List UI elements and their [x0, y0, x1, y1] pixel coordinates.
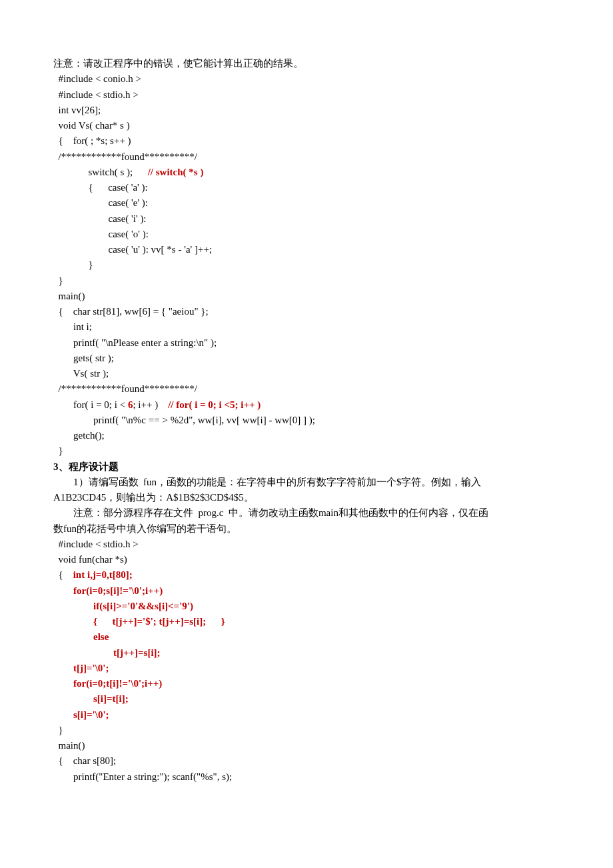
code-line: void Vs( char* s )	[53, 118, 560, 133]
code-line: 注意：请改正程序中的错误，使它能计算出正确的结果。	[53, 56, 560, 71]
code-line: getch();	[53, 428, 560, 443]
text-segment: main()	[53, 740, 85, 751]
text-segment: }	[53, 725, 63, 735]
text-segment: printf( "\n%c == > %2d", ww[i], vv[ ww[i…	[53, 415, 315, 425]
text-segment: int i,j=0,t[80];	[73, 569, 133, 580]
code-line: { t[j++]='$'; t[j++]=s[i]; }	[53, 614, 560, 629]
text-segment: gets( str );	[53, 353, 114, 363]
code-line: switch( s ); // switch( *s )	[53, 165, 560, 180]
code-line: case( 'i' ):	[53, 211, 560, 227]
text-segment: /************found**********/	[53, 383, 197, 394]
code-line: Vs( str );	[53, 366, 560, 381]
text-segment: { char s[80];	[53, 755, 116, 766]
text-segment: main()	[53, 291, 85, 301]
code-line: printf( "\n%c == > %2d", ww[i], vv[ ww[i…	[53, 413, 560, 428]
text-segment	[53, 647, 113, 658]
code-line: if(s[i]>='0'&&s[i]<='9')	[53, 599, 560, 614]
text-segment: }	[53, 445, 63, 456]
text-segment	[53, 585, 73, 596]
text-segment: #include < stdio.h >	[53, 539, 139, 549]
code-line: /************found**********/	[53, 149, 560, 165]
text-segment: case( 'e' ):	[53, 197, 148, 208]
code-line: case( 'e' ):	[53, 195, 560, 211]
text-segment: void fun(char *s)	[53, 554, 127, 565]
text-segment	[53, 631, 93, 642]
code-line: #include < conio.h >	[53, 71, 560, 87]
code-line: { char s[80];	[53, 753, 560, 769]
code-line: 3、程序设计题	[53, 459, 560, 475]
code-line: }	[53, 723, 560, 738]
code-line: { case( 'a' ):	[53, 180, 560, 195]
code-line: t[j++]=s[i];	[53, 645, 560, 661]
code-line: { char str[81], ww[6] = { "aeiou" };	[53, 304, 560, 319]
code-line: case( 'u' ): vv[ *s - 'a' ]++;	[53, 242, 560, 257]
code-line: 注意：部分源程序存在文件 prog.c 中。请勿改动主函数main和其他函数中的…	[53, 505, 560, 521]
code-line: 1）请编写函数 fun，函数的功能是：在字符串中的所有数字字符前加一个$字符。例…	[53, 475, 560, 490]
text-segment	[53, 709, 73, 720]
text-segment: ; i++ )	[133, 399, 168, 410]
text-segment	[53, 693, 93, 704]
code-line: gets( str );	[53, 351, 560, 366]
text-segment: 1）请编写函数 fun，函数的功能是：在字符串中的所有数字字符前加一个$字符。例…	[53, 477, 482, 487]
text-segment: { case( 'a' ):	[53, 182, 148, 193]
code-line: 数fun的花括号中填入你编写的若干语句。	[53, 521, 560, 537]
text-segment: // for( i = 0; i <5; i++ )	[168, 399, 261, 410]
text-segment: getch();	[53, 430, 105, 441]
text-segment: s[i]='\0';	[73, 709, 109, 720]
code-line: #include < stdio.h >	[53, 87, 560, 103]
code-line: }	[53, 273, 560, 289]
text-segment	[53, 601, 93, 611]
code-line: A1B23CD45，则输出为：A$1B$2$3CD$4$5。	[53, 490, 560, 505]
code-line: else	[53, 629, 560, 645]
text-segment: A1B23CD45，则输出为：A$1B$2$3CD$4$5。	[53, 492, 254, 503]
text-segment: Vs( str );	[53, 368, 109, 379]
code-line: s[i]=t[i];	[53, 691, 560, 707]
text-segment: // switch( *s )	[148, 167, 204, 177]
text-segment: for(i=0;s[i]!='\0';i++)	[73, 585, 163, 596]
text-segment: { t[j++]='$'; t[j++]=s[i]; }	[93, 616, 225, 627]
text-segment: printf("Enter a string:"); scanf("%s", s…	[53, 771, 232, 782]
code-line: main()	[53, 738, 560, 753]
text-segment: 注意：请改正程序中的错误，使它能计算出正确的结果。	[53, 58, 303, 69]
code-line: #include < stdio.h >	[53, 537, 560, 552]
text-segment: }	[53, 275, 63, 286]
text-segment: t[j++]=s[i];	[113, 647, 161, 658]
code-line: for(i=0;t[i]!='\0';i++)	[53, 676, 560, 691]
text-segment	[53, 663, 73, 673]
text-segment: 3、程序设计题	[53, 461, 119, 472]
code-line: s[i]='\0';	[53, 707, 560, 723]
code-line: }	[53, 257, 560, 273]
code-line: void fun(char *s)	[53, 552, 560, 567]
code-line: printf( "\nPlease enter a string:\n" );	[53, 335, 560, 351]
text-segment: case( 'o' ):	[53, 229, 149, 239]
code-line: case( 'o' ):	[53, 227, 560, 242]
text-segment: for( i = 0; i <	[53, 399, 128, 410]
text-segment: int i;	[53, 321, 92, 332]
text-segment: case( 'u' ): vv[ *s - 'a' ]++;	[53, 244, 212, 255]
text-segment: #include < stdio.h >	[53, 89, 139, 100]
text-segment: for(i=0;t[i]!='\0';i++)	[73, 678, 162, 689]
text-segment	[53, 678, 73, 689]
code-line: int vv[26];	[53, 103, 560, 118]
code-line: for(i=0;s[i]!='\0';i++)	[53, 583, 560, 599]
text-segment: void Vs( char* s )	[53, 120, 130, 131]
code-line: }	[53, 443, 560, 459]
text-segment: /************found**********/	[53, 151, 197, 162]
text-segment: else	[93, 631, 109, 642]
text-segment: { for( ; *s; s++ )	[53, 135, 131, 146]
text-segment: case( 'i' ):	[53, 213, 147, 224]
document-body: 注意：请改正程序中的错误，使它能计算出正确的结果。 #include < con…	[53, 56, 560, 785]
code-line: /************found**********/	[53, 381, 560, 397]
text-segment: t[j]='\0';	[73, 663, 109, 673]
document-page: 注意：请改正程序中的错误，使它能计算出正确的结果。 #include < con…	[0, 0, 613, 868]
text-segment: printf( "\nPlease enter a string:\n" );	[53, 337, 217, 348]
text-segment: 数fun的花括号中填入你编写的若干语句。	[53, 523, 237, 534]
text-segment: }	[53, 259, 93, 270]
text-segment: if(s[i]>='0'&&s[i]<='9')	[93, 601, 193, 611]
text-segment: s[i]=t[i];	[93, 693, 129, 704]
code-line: printf("Enter a string:"); scanf("%s", s…	[53, 769, 560, 785]
text-segment: {	[53, 569, 73, 580]
text-segment: switch( s );	[53, 167, 148, 177]
text-segment: 注意：部分源程序存在文件 prog.c 中。请勿改动主函数main和其他函数中的…	[53, 507, 488, 518]
code-line: int i;	[53, 319, 560, 335]
